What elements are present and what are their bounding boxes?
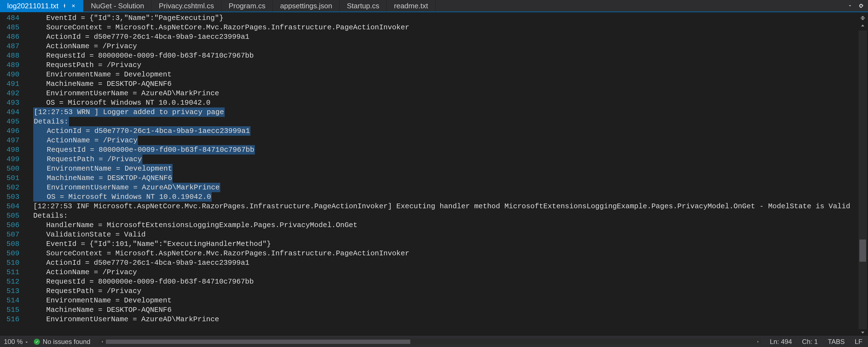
issues-indicator[interactable]: No issues found [34,338,90,346]
code-line[interactable]: EventId = {"Id":101,"Name":"ExecutingHan… [33,239,858,249]
scroll-left-arrow-icon[interactable] [99,339,105,345]
line-number: 494 [0,107,20,117]
code-text: EnvironmentUserName = AzureAD\MarkPrince [33,183,220,192]
code-line[interactable]: SourceContext = Microsoft.AspNetCore.Mvc… [33,23,858,32]
tab-label: readme.txt [394,2,428,10]
vertical-scrollbar[interactable] [859,30,867,329]
code-line[interactable]: ActionName = /Privacy [33,136,858,145]
code-line[interactable]: RequestId = 8000000e-0009-fd00-b63f-8471… [33,145,858,155]
line-number: 513 [0,286,20,296]
scroll-right-arrow-icon[interactable] [755,339,761,345]
code-line[interactable]: ActionId = d50e7770-26c1-4bca-9ba9-1aecc… [33,258,858,267]
code-line[interactable]: OS = Microsoft Windows NT 10.0.19042.0 [33,192,858,201]
code-text: ActionName = /Privacy [33,41,137,51]
horizontal-scrollbar[interactable] [99,339,761,345]
code-text: MachineName = DESKTOP-AQNENF6 [33,174,173,183]
code-text: [12:27:53 INF Microsoft.AspNetCore.Mvc.R… [33,201,850,211]
cursor-col[interactable]: Ch: 1 [802,338,818,346]
line-number: 499 [0,155,20,164]
split-handle-icon[interactable] [858,14,868,22]
line-number: 486 [0,32,20,41]
tab-readme-txt[interactable]: readme.txt [387,0,436,12]
code-line[interactable]: ValidationState = Valid [33,230,858,239]
line-number: 501 [0,174,20,183]
horizontal-scroll-thumb[interactable] [106,340,410,344]
code-line[interactable]: RequestPath = /Privacy [33,286,858,296]
line-number: 511 [0,267,20,277]
code-text: SourceContext = Microsoft.AspNetCore.Mvc… [33,23,409,32]
tab-program-cs[interactable]: Program.cs [221,0,273,12]
tab-startup-cs[interactable]: Startup.cs [340,0,387,12]
line-number: 497 [0,136,20,145]
indent-mode[interactable]: TABS [828,338,845,346]
line-number: 500 [0,164,20,174]
code-line[interactable]: MachineName = DESKTOP-AQNENF6 [33,79,858,89]
tab-privacy-cshtml-cs[interactable]: Privacy.cshtml.cs [152,0,221,12]
code-text: EventId = {"Id":101,"Name":"ExecutingHan… [33,239,271,249]
line-number: 504 [0,201,20,211]
cursor-line[interactable]: Ln: 494 [770,338,792,346]
line-number: 491 [0,79,20,89]
code-line[interactable]: EnvironmentUserName = AzureAD\MarkPrince [33,315,858,324]
zoom-level[interactable]: 100 % [4,338,28,346]
chevron-down-icon[interactable] [25,338,28,346]
code-line[interactable]: RequestPath = /Privacy [33,60,858,70]
code-text: ActionId = d50e7770-26c1-4bca-9ba9-1aecc… [33,258,249,267]
code-line[interactable]: Details: [33,211,858,220]
line-number: 507 [0,230,20,239]
code-line[interactable]: EventId = {"Id":3,"Name":"PageExecuting"… [33,13,858,23]
scroll-down-arrow-icon[interactable] [859,329,867,336]
line-number: 508 [0,239,20,249]
code-line[interactable]: EnvironmentUserName = AzureAD\MarkPrince [33,89,858,98]
line-number: 512 [0,277,20,286]
code-line[interactable]: Details: [33,117,858,126]
code-text: EnvironmentName = Development [33,296,172,305]
code-line[interactable]: EnvironmentName = Development [33,164,858,174]
right-rail [858,12,868,336]
code-text: OS = Microsoft Windows NT 10.0.19042.0 [33,98,211,107]
line-number: 496 [0,126,20,136]
tab-overflow-icon[interactable] [847,3,853,9]
code-line[interactable]: [12:27:53 WRN ] Logger added to privacy … [33,107,858,117]
vertical-scroll-thumb[interactable] [860,240,866,262]
code-text: RequestPath = /Privacy [33,60,141,70]
code-line[interactable]: ActionId = d50e7770-26c1-4bca-9ba9-1aecc… [33,32,858,41]
pin-icon[interactable] [62,3,67,8]
tab-bar: log20211011.txt NuGet - Solution Privacy… [0,0,868,12]
scroll-up-arrow-icon[interactable] [859,22,867,29]
code-text: ActionId = d50e7770-26c1-4bca-9ba9-1aecc… [33,32,249,41]
code-line[interactable]: EnvironmentUserName = AzureAD\MarkPrince [33,183,858,192]
code-text: MachineName = DESKTOP-AQNENF6 [33,79,172,89]
code-line[interactable]: ActionId = d50e7770-26c1-4bca-9ba9-1aecc… [33,126,858,136]
tab-label: appsettings.json [280,2,332,10]
code-line[interactable]: ActionName = /Privacy [33,41,858,51]
code-line[interactable]: MachineName = DESKTOP-AQNENF6 [33,174,858,183]
code-line[interactable]: RequestId = 8000000e-0009-fd00-b63f-8471… [33,51,858,60]
code-line[interactable]: [12:27:53 INF Microsoft.AspNetCore.Mvc.R… [33,201,858,211]
code-line[interactable]: HandlerName = MicrosoftExtensionsLogging… [33,220,858,230]
tab-nuget-solution[interactable]: NuGet - Solution [84,0,152,12]
tab-appsettings-json[interactable]: appsettings.json [273,0,340,12]
line-number: 498 [0,145,20,155]
folding-column[interactable] [25,13,33,336]
code-line[interactable]: OS = Microsoft Windows NT 10.0.19042.0 [33,98,858,107]
text-editor[interactable]: 4844854864874884894904914924934944954964… [0,12,858,336]
line-number: 514 [0,296,20,305]
line-number-gutter: 4844854864874884894904914924934944954964… [0,13,25,336]
code-line[interactable]: RequestId = 8000000e-0009-fd00-b63f-8471… [33,277,858,286]
close-icon[interactable] [71,3,76,8]
code-line[interactable]: EnvironmentName = Development [33,70,858,79]
code-line[interactable]: SourceContext = Microsoft.AspNetCore.Mvc… [33,249,858,258]
line-number: 490 [0,70,20,79]
code-line[interactable]: RequestPath = /Privacy [33,155,858,164]
tab-log20211011[interactable]: log20211011.txt [0,0,84,12]
code-line[interactable]: ActionName = /Privacy [33,267,858,277]
code-text: HandlerName = MicrosoftExtensionsLogging… [33,220,358,230]
code-line[interactable]: MachineName = DESKTOP-AQNENF6 [33,305,858,315]
code-text: ActionId = d50e7770-26c1-4bca-9ba9-1aecc… [33,126,250,136]
line-ending[interactable]: LF [855,338,863,346]
code-line[interactable]: EnvironmentName = Development [33,296,858,305]
gear-icon[interactable] [858,3,864,9]
code-content[interactable]: EventId = {"Id":3,"Name":"PageExecuting"… [33,13,858,336]
code-text: SourceContext = Microsoft.AspNetCore.Mvc… [33,249,409,258]
